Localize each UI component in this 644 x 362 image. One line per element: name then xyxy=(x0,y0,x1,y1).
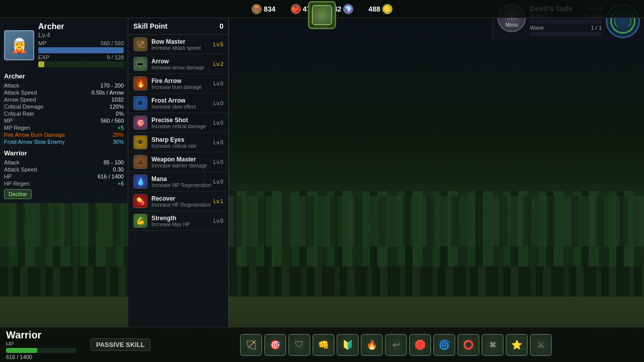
exp-label: EXP xyxy=(38,54,49,60)
archer-stats: Archer Attack 170 - 200 Attack Speed 0.5… xyxy=(4,72,124,145)
food-icon: 🍎 xyxy=(291,4,301,14)
warrior-stats: Warrior Attack 85 - 100 Attack Speed 0.3… xyxy=(4,149,124,199)
strength-icon: 💪 xyxy=(133,214,147,228)
skill-precise-shot[interactable]: 🎯 Precise Shot Increase critical damage … xyxy=(128,113,228,133)
bottom-hp-label: HP xyxy=(6,341,87,347)
exp-bar xyxy=(38,61,124,67)
frost-arrow-details: Frost Arrow Increase slow effect xyxy=(151,97,211,110)
skill-list: 🏹 Bow Master Increase attack speed Lv.5 … xyxy=(128,35,228,231)
bottom-hp-bar xyxy=(6,348,76,353)
stat-attack-speed: Attack Speed 0.50s / Arrow xyxy=(4,89,124,96)
warrior-hp: HP 616 / 1400 xyxy=(4,173,124,180)
archer-header: 🧝 Archer Lv.4 MP 560 / 560 EXP 9 / 128 xyxy=(4,22,124,68)
skill-arrow[interactable]: ➡ Arrow Increase arrow damage Lv.2 xyxy=(128,54,228,74)
stat-attack: Attack 170 - 200 xyxy=(4,82,124,89)
skill-slot-12[interactable]: ⭐ xyxy=(506,334,528,356)
skill-slot-5[interactable]: 🔰 xyxy=(337,334,359,356)
arrow-details: Arrow Increase arrow damage xyxy=(151,58,211,70)
decline-button[interactable]: Decline xyxy=(4,189,32,199)
bow-master-icon: 🏹 xyxy=(133,37,147,51)
weapon-master-icon: ⚔ xyxy=(133,155,147,169)
mp-label: MP xyxy=(38,40,47,46)
skill-panel-title: Skill Point xyxy=(133,22,168,30)
frost-arrow-icon: ❄ xyxy=(133,96,147,110)
gate-maxlv-bar xyxy=(530,20,602,24)
stat-arrow-speed: Arrow Speed 1032 xyxy=(4,96,124,103)
gate-wave-label: Wave xyxy=(530,25,544,31)
stat-frost: Frost Arrow Slow Enemy 30% xyxy=(4,138,124,145)
skill-slot-9[interactable]: 🌀 xyxy=(433,334,455,356)
wood-icon: 🪵 xyxy=(252,4,262,14)
skill-strength[interactable]: 💪 Strength Increase Max HP Lv.0 xyxy=(128,211,228,231)
passive-skill-area: PASSIVE SKILL xyxy=(91,338,150,351)
skill-slot-11[interactable]: ✖ xyxy=(481,334,504,356)
mana-details: Mana Increase MP Regeneration xyxy=(151,175,211,188)
skill-slot-2[interactable]: 🎯 xyxy=(264,334,286,356)
warrior-hp-regen: HP Regen +6 xyxy=(4,180,124,187)
bottom-char-name: Warrior xyxy=(6,329,87,341)
warrior-title: Warrior xyxy=(4,149,124,157)
center-map-inner xyxy=(312,5,332,25)
recover-icon: 💊 xyxy=(133,194,147,208)
skill-mana[interactable]: 💧 Mana Increase MP Regeneration Lv.0 xyxy=(128,172,228,192)
skill-points-value: 0 xyxy=(219,22,223,30)
bottom-hp-value: 616 / 1400 xyxy=(6,354,87,360)
stat-mp-regen: MP Regen +5 xyxy=(4,124,124,131)
stat-mp: MP 560 / 560 xyxy=(4,117,124,124)
archer-stats-title: Archer xyxy=(4,72,124,80)
warrior-attack-speed: Attack Speed 0.30 xyxy=(4,166,124,173)
skill-slot-6[interactable]: 🔥 xyxy=(361,334,383,356)
center-map-button[interactable] xyxy=(308,1,336,29)
sharp-eyes-icon: 👁 xyxy=(133,135,147,149)
mp-bar xyxy=(38,47,124,53)
skill-recover[interactable]: 💊 Recover Increase HP Regeneration Lv.1 xyxy=(128,192,228,211)
skill-slot-10[interactable]: ⭕ xyxy=(457,334,479,356)
exp-value: 9 / 128 xyxy=(107,54,124,60)
skill-fire-arrow[interactable]: 🔥 Fire Arrow Increase burn damage Lv.0 xyxy=(128,74,228,94)
precise-shot-icon: 🎯 xyxy=(133,116,147,130)
mp-bar-fill xyxy=(38,47,124,53)
skill-slot-7[interactable]: ↩ xyxy=(385,334,407,356)
character-panel: 🧝 Archer Lv.4 MP 560 / 560 EXP 9 / 128 xyxy=(0,18,128,203)
gate-wave-bar xyxy=(530,32,602,36)
skill-sharp-eyes[interactable]: 👁 Sharp Eyes Increase critical rate Lv.0 xyxy=(128,133,228,152)
skill-slot-3[interactable]: 🛡 xyxy=(288,334,310,356)
fire-arrow-icon: 🔥 xyxy=(133,76,147,90)
skill-panel: Skill Point 0 🏹 Bow Master Increase atta… xyxy=(128,18,229,327)
archer-info: Archer Lv.4 MP 560 / 560 EXP 9 / 128 xyxy=(38,22,124,68)
crystal-icon: 💎 xyxy=(343,4,353,14)
skill-header: Skill Point 0 xyxy=(128,22,228,35)
stat-fire: Fire Arrow Burn Damage 20% xyxy=(4,131,124,138)
skill-slot-4[interactable]: 👊 xyxy=(312,334,335,356)
bottom-hp-fill xyxy=(6,348,37,353)
archer-name: Archer xyxy=(38,22,124,31)
menu-label: Menu xyxy=(505,22,518,28)
stat-crit-damage: Critical Damage 120% xyxy=(4,103,124,110)
skill-slot-8[interactable]: 🛑 xyxy=(409,334,431,356)
sharp-eyes-details: Sharp Eyes Increase critical rate xyxy=(151,136,211,149)
mana-icon: 💧 xyxy=(133,174,147,189)
arrow-icon: ➡ xyxy=(133,57,147,71)
precise-shot-details: Precise Shot Increase critical damage xyxy=(151,117,211,129)
wood-resource: 🪵 834 xyxy=(252,4,275,14)
skill-weapon-master[interactable]: ⚔ Weapon Master Increase warrior damage … xyxy=(128,152,228,172)
exp-bar-fill xyxy=(38,61,44,67)
bottom-char-info: Warrior HP 616 / 1400 xyxy=(6,329,87,360)
weapon-master-details: Weapon Master Increase warrior damage xyxy=(151,156,211,168)
fire-arrow-details: Fire Arrow Increase burn damage xyxy=(151,77,211,90)
gold-resource: 488 🟡 xyxy=(368,4,392,14)
bottom-hud: Warrior HP 616 / 1400 PASSIVE SKILL 🏹 🎯 … xyxy=(0,327,644,362)
gold-value: 488 xyxy=(368,5,380,13)
gate-wave-stat: Wave 1 / 1 xyxy=(530,25,602,31)
archer-level: Lv.4 xyxy=(38,31,124,39)
wood-value: 834 xyxy=(264,5,275,13)
skill-slot-1[interactable]: 🏹 xyxy=(240,334,262,356)
mp-value: 560 / 560 xyxy=(101,40,124,46)
skill-frost-arrow[interactable]: ❄ Frost Arrow Increase slow effect Lv.0 xyxy=(128,94,228,113)
skill-slot-13[interactable]: ⚔ xyxy=(530,334,552,356)
skill-bow-master[interactable]: 🏹 Bow Master Increase attack speed Lv.5 xyxy=(128,35,228,54)
action-buttons: Decline xyxy=(4,189,124,199)
top-hud: 🪵 834 🍎 476 282 💎 488 🟡 xyxy=(0,0,644,18)
strength-details: Strength Increase Max HP xyxy=(151,215,211,227)
archer-avatar: 🧝 xyxy=(4,30,34,60)
